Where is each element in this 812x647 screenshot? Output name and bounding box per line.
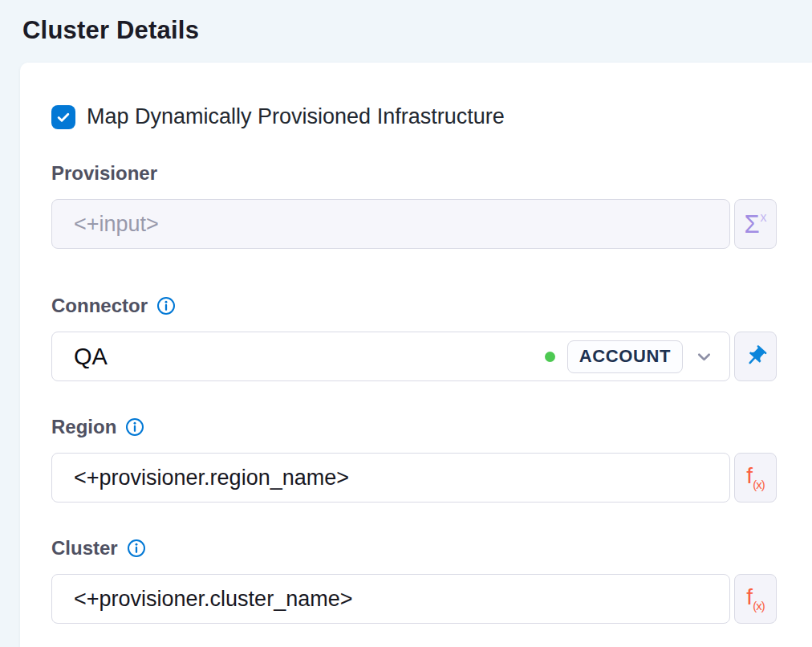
region-input[interactable] [51,453,730,503]
fx-icon: f(x) [746,586,764,612]
info-icon[interactable] [125,417,144,437]
sigma-icon: Σx [744,211,766,237]
connector-scope-badge: ACCOUNT [567,340,683,373]
info-icon[interactable] [156,296,176,315]
region-label: Region [51,416,116,438]
dynamic-infra-checkbox-row: Map Dynamically Provisioned Infrastructu… [51,104,777,129]
connector-value: QA [74,344,545,370]
provisioner-label: Provisioner [51,162,157,185]
expression-fx-button[interactable]: f(x) [734,574,777,624]
fx-icon: f(x) [746,465,764,490]
expression-fx-button[interactable]: f(x) [734,453,777,503]
dynamic-infra-checkbox-label[interactable]: Map Dynamically Provisioned Infrastructu… [87,104,505,129]
connector-status-dot [545,352,555,362]
info-icon[interactable] [127,539,146,558]
cluster-field-group: Cluster f(x) [51,536,777,624]
checkmark-icon [55,109,71,125]
fixed-value-pin-button[interactable] [734,332,777,381]
connector-field-group: Connector QA ACCOUNT [51,294,777,381]
chevron-down-icon[interactable] [693,346,715,368]
page-title: Cluster Details [22,16,199,45]
pin-icon [744,344,768,368]
dynamic-infra-checkbox[interactable] [51,105,75,129]
connector-label: Connector [51,295,148,317]
cluster-details-card: Map Dynamically Provisioned Infrastructu… [20,63,812,647]
region-field-group: Region f(x) [51,415,777,503]
cluster-input[interactable] [51,574,730,624]
cluster-label: Cluster [51,537,118,560]
provisioner-input[interactable] [51,199,730,249]
provisioner-field-group: Provisioner Σx [51,161,777,249]
runtime-input-type-button[interactable]: Σx [734,199,777,249]
connector-selector[interactable]: QA ACCOUNT [51,332,730,381]
